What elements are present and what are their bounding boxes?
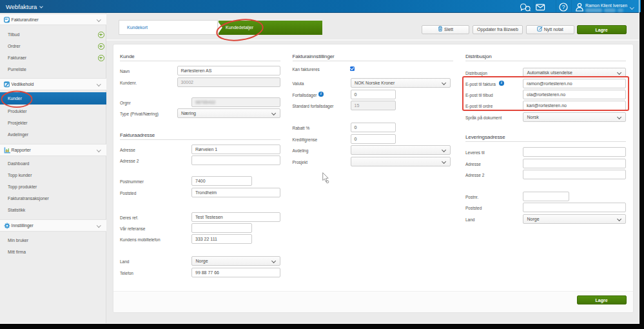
svg-text:?: ?	[562, 4, 565, 10]
